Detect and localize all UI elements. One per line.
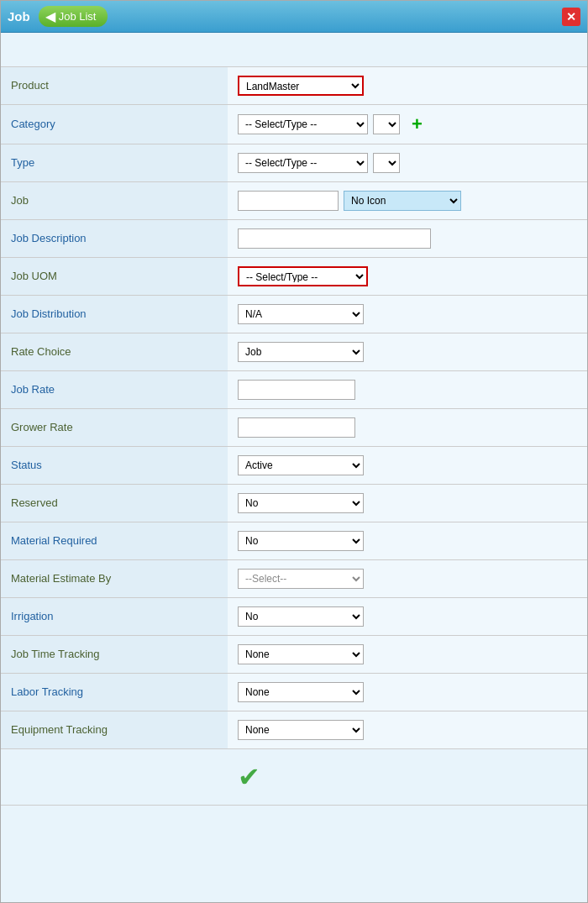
irrigation-input-cell: No Yes xyxy=(228,597,587,635)
job-description-label: Job Description xyxy=(1,219,228,257)
job-description-input-cell xyxy=(228,219,587,257)
category-row-flex: -- Select/Type -- + xyxy=(238,113,577,135)
material-required-input-cell: No Yes xyxy=(228,522,587,559)
category-mini-select[interactable] xyxy=(373,114,400,134)
title-bar: Job ◀ Job List ✕ xyxy=(1,1,587,33)
product-select[interactable]: LandMaster xyxy=(238,76,364,96)
job-rate-input[interactable] xyxy=(238,380,355,400)
category-select[interactable]: -- Select/Type -- xyxy=(238,114,368,134)
job-rate-row: Job Rate xyxy=(1,370,587,408)
job-uom-row: Job UOM -- Select/Type -- xyxy=(1,257,587,295)
material-required-select[interactable]: No Yes xyxy=(238,531,364,551)
category-input-cell: -- Select/Type -- + xyxy=(228,104,587,144)
back-arrow-icon: ◀ xyxy=(45,8,55,24)
irrigation-select[interactable]: No Yes xyxy=(238,606,364,627)
material-estimate-select[interactable]: --Select-- xyxy=(238,569,364,589)
empty-input-cell xyxy=(228,33,587,66)
job-distribution-label: Job Distribution xyxy=(1,295,228,333)
job-row: Job No Icon xyxy=(1,181,587,219)
product-input-cell: LandMaster xyxy=(228,66,587,104)
empty-top-row xyxy=(1,33,587,66)
material-required-row: Material Required No Yes xyxy=(1,522,587,559)
status-select[interactable]: Active Inactive xyxy=(238,455,364,475)
status-label: Status xyxy=(1,446,228,484)
labor-tracking-label: Labor Tracking xyxy=(1,673,228,711)
main-window: Job ◀ Job List ✕ Product LandMaster xyxy=(0,0,588,903)
reserved-label: Reserved xyxy=(1,484,228,522)
job-uom-select[interactable]: -- Select/Type -- xyxy=(238,266,368,286)
material-required-label: Material Required xyxy=(1,522,228,559)
labor-tracking-input-cell: None xyxy=(228,673,587,711)
type-row-flex: -- Select/Type -- xyxy=(238,153,577,173)
job-name-input[interactable] xyxy=(238,191,339,211)
checkmark-icon[interactable]: ✔ xyxy=(238,762,260,792)
footer-label-cell xyxy=(1,748,228,805)
job-input-cell: No Icon xyxy=(228,181,587,219)
job-rate-input-cell xyxy=(228,370,587,408)
job-distribution-select[interactable]: N/A xyxy=(238,304,364,324)
close-icon: ✕ xyxy=(566,10,576,24)
job-rate-label: Job Rate xyxy=(1,370,228,408)
grower-rate-input[interactable] xyxy=(238,417,355,438)
type-mini-select[interactable] xyxy=(373,153,400,173)
type-select[interactable]: -- Select/Type -- xyxy=(238,153,368,173)
close-button[interactable]: ✕ xyxy=(562,8,580,26)
rate-choice-row: Rate Choice Job xyxy=(1,333,587,370)
reserved-select[interactable]: No Yes xyxy=(238,493,364,513)
content-area: Product LandMaster Category -- Select/Ty… xyxy=(1,33,587,902)
equipment-tracking-row: Equipment Tracking None xyxy=(1,711,587,748)
irrigation-label: Irrigation xyxy=(1,597,228,635)
reserved-row: Reserved No Yes xyxy=(1,484,587,522)
job-uom-input-cell: -- Select/Type -- xyxy=(228,257,587,295)
job-label: Job xyxy=(1,181,228,219)
material-estimate-label: Material Estimate By xyxy=(1,559,228,597)
status-row: Status Active Inactive xyxy=(1,446,587,484)
material-estimate-input-cell: --Select-- xyxy=(228,559,587,597)
labor-tracking-select[interactable]: None xyxy=(238,682,364,702)
product-row: Product LandMaster xyxy=(1,66,587,104)
empty-label-cell xyxy=(1,33,228,66)
job-description-row: Job Description xyxy=(1,219,587,257)
equipment-tracking-input-cell: None xyxy=(228,711,587,748)
job-time-tracking-label: Job Time Tracking xyxy=(1,635,228,673)
rate-choice-select[interactable]: Job xyxy=(238,342,364,362)
type-row: Type -- Select/Type -- xyxy=(1,144,587,181)
job-row-flex: No Icon xyxy=(238,191,577,211)
job-list-label: Job List xyxy=(59,10,97,23)
labor-tracking-row: Labor Tracking None xyxy=(1,673,587,711)
reserved-input-cell: No Yes xyxy=(228,484,587,522)
icon-select[interactable]: No Icon xyxy=(344,191,461,211)
status-input-cell: Active Inactive xyxy=(228,446,587,484)
material-estimate-row: Material Estimate By --Select-- xyxy=(1,559,587,597)
footer-row: ✔ xyxy=(1,748,587,805)
equipment-tracking-select[interactable]: None xyxy=(238,720,364,740)
footer-input-cell: ✔ xyxy=(228,748,587,805)
job-time-tracking-select[interactable]: None xyxy=(238,644,364,664)
job-time-tracking-input-cell: None xyxy=(228,635,587,673)
category-row: Category -- Select/Type -- + xyxy=(1,104,587,144)
job-list-button[interactable]: ◀ Job List xyxy=(39,6,108,27)
rate-choice-input-cell: Job xyxy=(228,333,587,370)
job-uom-label: Job UOM xyxy=(1,257,228,295)
job-distribution-row: Job Distribution N/A xyxy=(1,295,587,333)
window-title: Job xyxy=(8,9,30,24)
job-distribution-input-cell: N/A xyxy=(228,295,587,333)
irrigation-row: Irrigation No Yes xyxy=(1,597,587,635)
type-label: Type xyxy=(1,144,228,181)
category-add-button[interactable]: + xyxy=(412,113,423,135)
grower-rate-row: Grower Rate xyxy=(1,408,587,446)
job-time-tracking-row: Job Time Tracking None xyxy=(1,635,587,673)
type-input-cell: -- Select/Type -- xyxy=(228,144,587,181)
form-table: Product LandMaster Category -- Select/Ty… xyxy=(1,33,587,806)
grower-rate-label: Grower Rate xyxy=(1,408,228,446)
rate-choice-label: Rate Choice xyxy=(1,333,228,370)
category-label: Category xyxy=(1,104,228,144)
product-label: Product xyxy=(1,66,228,104)
job-description-input[interactable] xyxy=(238,228,431,249)
grower-rate-input-cell xyxy=(228,408,587,446)
equipment-tracking-label: Equipment Tracking xyxy=(1,711,228,748)
